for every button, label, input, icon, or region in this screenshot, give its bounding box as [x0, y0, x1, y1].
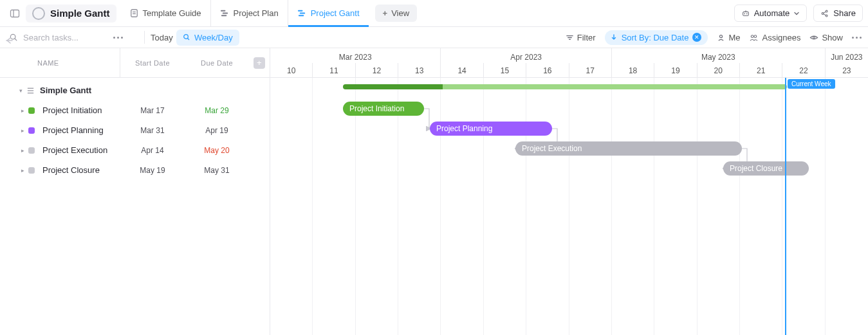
gantt-bar[interactable]: Project Execution — [515, 141, 742, 156]
col-start[interactable]: Start Date — [120, 59, 185, 67]
svg-line-23 — [188, 39, 190, 41]
share-button[interactable]: Share — [813, 5, 863, 22]
bar-label: Project Initiation — [349, 104, 404, 113]
gantt-bar[interactable]: Project Initiation — [343, 102, 424, 116]
task-list-pane: NAME Start Date Due Date + ▾ — [0, 48, 270, 335]
doc-title-chip[interactable]: Simple Gantt — [26, 5, 116, 23]
toolbar-more-button[interactable] — [852, 37, 862, 39]
week-label: 13 — [398, 63, 441, 78]
plus-icon: + — [383, 8, 388, 18]
week-label: 21 — [740, 63, 782, 78]
svg-line-19 — [824, 14, 826, 15]
task-row[interactable]: ▸ Project Initiation Mar 17 Mar 29 — [0, 100, 270, 120]
sort-chip[interactable]: Sort By: Due Date ✕ — [605, 30, 708, 45]
me-label: Me — [728, 33, 740, 42]
tab-label: Template Guide — [143, 8, 201, 18]
task-start: May 19 — [120, 166, 185, 175]
sidebar-toggle[interactable] — [5, 8, 24, 19]
svg-rect-2 — [131, 10, 136, 17]
task-due: Apr 19 — [185, 126, 249, 135]
tab-template-guide[interactable]: Template Guide — [120, 0, 211, 26]
collapse-sidebar-handle[interactable] — [1, 31, 17, 50]
svg-point-27 — [720, 35, 723, 37]
task-columns-header: NAME Start Date Due Date + — [0, 48, 270, 78]
me-button[interactable]: Me — [717, 33, 740, 42]
status-box-icon — [28, 147, 35, 154]
svg-point-28 — [752, 35, 754, 37]
task-row[interactable]: ▸ Project Closure May 19 May 31 — [0, 160, 270, 180]
caret-right-icon[interactable]: ▸ — [21, 167, 24, 174]
svg-point-30 — [813, 37, 815, 39]
task-rows: ▾ Simple Gantt ▸ — [0, 78, 270, 180]
status-box-icon — [28, 107, 35, 114]
week-label: 20 — [697, 63, 740, 78]
current-week-label: Current Week — [788, 79, 835, 89]
task-due: Mar 29 — [185, 106, 249, 115]
gantt-chart-pane[interactable]: Mar 2023Apr 2023May 2023Jun 2023 1011121… — [270, 48, 868, 335]
show-button[interactable]: Show — [809, 33, 843, 42]
tab-project-plan[interactable]: Project Plan — [211, 0, 288, 26]
svg-point-12 — [744, 13, 745, 14]
panel-icon — [10, 8, 20, 19]
col-name[interactable]: NAME — [0, 48, 120, 77]
svg-rect-11 — [743, 12, 748, 15]
sort-label: Sort By: Due Date — [622, 33, 689, 42]
search-more-button[interactable] — [113, 37, 123, 39]
zoom-chip[interactable]: Week/Day — [176, 30, 239, 46]
svg-point-29 — [754, 35, 757, 37]
zoom-icon — [183, 33, 190, 41]
task-due: May 20 — [185, 146, 249, 155]
week-label: 16 — [526, 63, 569, 78]
task-due: May 31 — [185, 166, 249, 175]
current-week-line — [785, 78, 786, 335]
week-label: 18 — [612, 63, 654, 78]
filter-label: Filter — [577, 33, 596, 42]
assignees-label: Assignees — [762, 33, 800, 42]
task-start: Mar 31 — [120, 126, 185, 135]
top-tabs-bar: Simple Gantt Template Guide Project Plan — [0, 0, 868, 27]
person-icon — [717, 33, 725, 42]
today-label: Today — [151, 33, 173, 42]
today-button[interactable]: Today — [144, 30, 180, 45]
month-label: Apr 2023 — [441, 48, 611, 63]
gantt-icon — [297, 8, 307, 18]
gantt-summary-bar[interactable] — [343, 84, 787, 89]
clear-sort-icon[interactable]: ✕ — [692, 33, 701, 42]
add-column: + — [249, 57, 270, 69]
bar-label: Project Planning — [436, 124, 492, 133]
task-row-summary[interactable]: ▾ Simple Gantt — [0, 80, 270, 100]
svg-line-18 — [824, 12, 826, 13]
task-row[interactable]: ▸ Project Planning Mar 31 Apr 19 — [0, 120, 270, 140]
add-column-button[interactable]: + — [254, 57, 265, 69]
caret-right-icon[interactable]: ▸ — [21, 147, 24, 154]
svg-rect-0 — [10, 10, 19, 17]
week-label: 10 — [270, 63, 313, 78]
filter-button[interactable]: Filter — [566, 33, 596, 42]
caret-right-icon[interactable]: ▸ — [21, 127, 24, 134]
share-icon — [820, 9, 829, 18]
caret-down-icon[interactable]: ▾ — [19, 87, 23, 94]
list-icon — [26, 87, 35, 95]
task-row[interactable]: ▸ Project Execution Apr 14 May 20 — [0, 140, 270, 160]
add-view-button[interactable]: + View — [375, 5, 418, 22]
task-name: Simple Gantt — [39, 86, 120, 95]
eye-icon — [809, 33, 818, 42]
timeline-weeks: 1011121314151617181920212223 — [270, 63, 868, 78]
chevron-down-icon — [793, 10, 800, 17]
bar-label: Project Execution — [522, 144, 582, 153]
automate-button[interactable]: Automate — [734, 5, 808, 22]
automate-label: Automate — [754, 8, 790, 18]
assignees-button[interactable]: Assignees — [749, 33, 800, 42]
task-start: Apr 14 — [120, 146, 185, 155]
gantt-bar[interactable]: Project Planning — [430, 122, 552, 136]
status-box-icon — [28, 167, 35, 174]
week-label: 17 — [569, 63, 612, 78]
col-due[interactable]: Due Date — [185, 59, 249, 67]
search-placeholder: Search tasks... — [23, 33, 78, 42]
doc-title: Simple Gantt — [50, 8, 110, 19]
tab-project-gantt[interactable]: Project Gantt — [288, 0, 369, 26]
gantt-bar[interactable]: Project Closure — [723, 161, 809, 176]
timeline-months: Mar 2023Apr 2023May 2023Jun 2023 — [270, 48, 868, 63]
caret-right-icon[interactable]: ▸ — [21, 107, 24, 114]
search-input[interactable]: Search tasks... — [9, 33, 78, 42]
